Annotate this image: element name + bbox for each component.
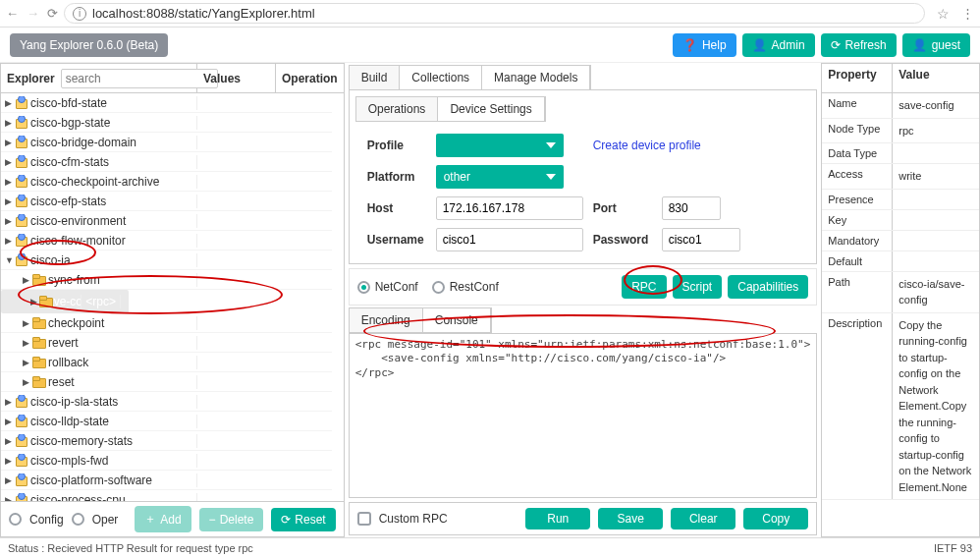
info-icon[interactable]: i bbox=[73, 7, 86, 21]
tree-row[interactable]: ▶cisco-efp-stats bbox=[1, 192, 332, 211]
tree-row[interactable]: ▶cisco-platform-software bbox=[1, 471, 332, 490]
property-name: Mandatory bbox=[822, 231, 893, 251]
restconf-radio[interactable] bbox=[432, 281, 445, 294]
property-row: Data Type bbox=[822, 143, 979, 164]
expand-icon[interactable]: ▶ bbox=[30, 297, 37, 306]
tree-row[interactable]: ▶cisco-process-cpu bbox=[1, 490, 332, 501]
capabilities-button[interactable]: Capabilities bbox=[728, 275, 808, 299]
tree-row[interactable]: ▶cisco-cfm-stats bbox=[1, 152, 332, 172]
port-input[interactable] bbox=[662, 196, 721, 220]
rpc-button[interactable]: RPC bbox=[622, 275, 666, 299]
password-input[interactable] bbox=[662, 228, 740, 251]
guest-button[interactable]: 👤guest bbox=[902, 33, 970, 57]
password-label: Password bbox=[593, 233, 652, 247]
expand-icon[interactable]: ▶ bbox=[5, 475, 13, 485]
tree-row[interactable]: ▶save-config<rpc> bbox=[1, 290, 129, 313]
tab-collections[interactable]: Collections bbox=[400, 66, 482, 89]
property-row: Presence bbox=[822, 190, 979, 210]
expand-icon[interactable]: ▶ bbox=[5, 236, 13, 246]
tree-row[interactable]: ▼cisco-ia bbox=[1, 251, 332, 270]
tree-row[interactable]: ▶checkpoint bbox=[1, 313, 332, 333]
tree-row[interactable]: ▶cisco-memory-stats bbox=[1, 431, 332, 451]
username-input[interactable] bbox=[436, 228, 583, 251]
expand-icon[interactable]: ▶ bbox=[5, 157, 13, 167]
expand-icon[interactable]: ▶ bbox=[23, 275, 30, 285]
status-right: IETF 93 bbox=[934, 542, 972, 554]
netconf-radio[interactable] bbox=[357, 281, 370, 294]
menu-icon[interactable]: ⋮ bbox=[961, 6, 974, 21]
save-button[interactable]: Save bbox=[598, 508, 663, 529]
tab-device-settings[interactable]: Device Settings bbox=[438, 97, 544, 121]
profile-select[interactable] bbox=[436, 134, 564, 157]
refresh-button[interactable]: ⟳Refresh bbox=[821, 33, 897, 57]
oper-radio[interactable] bbox=[72, 513, 84, 526]
help-button[interactable]: ❓Help bbox=[673, 33, 736, 57]
admin-button[interactable]: 👤Admin bbox=[742, 33, 815, 57]
expand-icon[interactable]: ▶ bbox=[5, 196, 13, 206]
tree-row[interactable]: ▶revert bbox=[1, 333, 332, 353]
create-profile-link[interactable]: Create device profile bbox=[593, 139, 750, 152]
config-radio[interactable] bbox=[9, 513, 22, 526]
forward-icon[interactable]: → bbox=[27, 6, 39, 21]
copy-button[interactable]: Copy bbox=[743, 508, 808, 529]
tree-row[interactable]: ▶sync-from bbox=[1, 270, 332, 290]
tree-row[interactable]: ▶cisco-bridge-domain bbox=[1, 133, 332, 152]
expand-icon[interactable]: ▶ bbox=[5, 98, 13, 108]
module-icon bbox=[15, 176, 28, 188]
expand-icon[interactable]: ▼ bbox=[5, 255, 13, 265]
tree-label: cisco-memory-stats bbox=[30, 434, 133, 448]
script-button[interactable]: Script bbox=[673, 275, 723, 299]
delete-button[interactable]: − Delete bbox=[199, 508, 264, 531]
clear-button[interactable]: Clear bbox=[671, 508, 735, 529]
tree-label: cisco-ip-sla-stats bbox=[30, 395, 118, 409]
tab-console[interactable]: Console bbox=[423, 308, 491, 332]
expand-icon[interactable]: ▶ bbox=[5, 138, 13, 147]
reset-button[interactable]: ⟳ Reset bbox=[271, 508, 335, 531]
tree-row[interactable]: ▶cisco-checkpoint-archive bbox=[1, 172, 332, 192]
tab-operations[interactable]: Operations bbox=[356, 97, 439, 121]
tree-row[interactable]: ▶cisco-bgp-state bbox=[1, 113, 332, 133]
tree-row[interactable]: ▶cisco-mpls-fwd bbox=[1, 451, 332, 471]
back-icon[interactable]: ← bbox=[6, 6, 19, 21]
tab-manage-models[interactable]: Manage Models bbox=[482, 66, 590, 89]
expand-icon[interactable]: ▶ bbox=[5, 397, 13, 407]
expand-icon[interactable]: ▶ bbox=[5, 177, 13, 187]
expand-icon[interactable]: ▶ bbox=[5, 495, 13, 502]
platform-select[interactable]: other bbox=[436, 165, 564, 189]
tree-row[interactable]: ▶rollback bbox=[1, 353, 332, 372]
expand-icon[interactable]: ▶ bbox=[5, 456, 13, 466]
expand-icon[interactable]: ▶ bbox=[23, 338, 30, 348]
expand-icon[interactable]: ▶ bbox=[23, 318, 30, 328]
expand-icon[interactable]: ▶ bbox=[5, 417, 13, 426]
module-icon bbox=[15, 137, 28, 148]
property-name: Key bbox=[822, 210, 893, 230]
tree-label: cisco-bgp-state bbox=[30, 116, 110, 130]
tree-row[interactable]: ▶cisco-flow-monitor bbox=[1, 231, 332, 251]
add-button[interactable]: ＋ Add bbox=[135, 506, 191, 532]
expand-icon[interactable]: ▶ bbox=[23, 358, 30, 367]
tree-row[interactable]: ▶cisco-lldp-state bbox=[1, 412, 332, 431]
url-text: localhost:8088/static/YangExplorer.html bbox=[92, 6, 315, 21]
run-button[interactable]: Run bbox=[525, 508, 590, 529]
tab-build[interactable]: Build bbox=[350, 66, 401, 89]
property-row: Default bbox=[822, 251, 979, 272]
reload-icon[interactable]: ⟳ bbox=[47, 6, 58, 21]
address-bar[interactable]: i localhost:8088/static/YangExplorer.htm… bbox=[64, 3, 925, 24]
expand-icon[interactable]: ▶ bbox=[5, 216, 13, 226]
rpc-code-box[interactable]: <rpc message-id="101" xmlns="urn:ietf:pa… bbox=[349, 333, 818, 498]
expand-icon[interactable]: ▶ bbox=[23, 377, 30, 387]
tab-encoding[interactable]: Encoding bbox=[350, 308, 423, 332]
tree-row[interactable]: ▶cisco-ip-sla-stats bbox=[1, 392, 332, 412]
custom-rpc-checkbox[interactable] bbox=[357, 512, 371, 526]
expand-icon[interactable]: ▶ bbox=[5, 436, 13, 446]
property-value: save-config bbox=[893, 93, 979, 118]
expand-icon[interactable]: ▶ bbox=[5, 118, 13, 128]
tree-row[interactable]: ▶reset bbox=[1, 372, 332, 392]
folder-icon bbox=[32, 317, 46, 329]
host-input[interactable] bbox=[436, 196, 583, 220]
tree-row[interactable]: ▶cisco-environment bbox=[1, 211, 332, 231]
bookmark-icon[interactable]: ☆ bbox=[931, 6, 955, 22]
tree-row[interactable]: ▶cisco-bfd-state bbox=[1, 93, 332, 113]
explorer-tree[interactable]: ▶cisco-bfd-state▶cisco-bgp-state▶cisco-b… bbox=[1, 93, 344, 501]
search-input[interactable] bbox=[61, 69, 218, 88]
